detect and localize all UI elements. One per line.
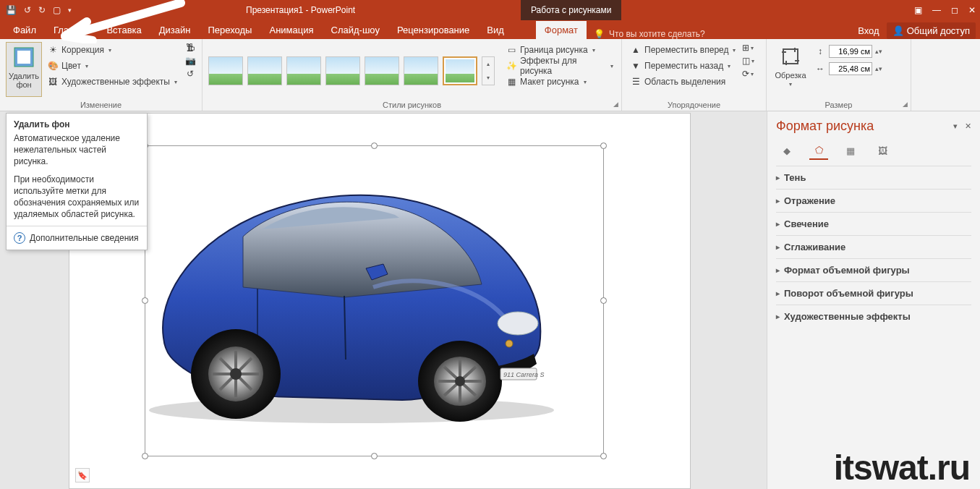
tab-format[interactable]: Формат	[536, 21, 587, 39]
crop-button[interactable]: Обрезка ▾	[772, 42, 809, 88]
accordion-item[interactable]: Сглаживание	[776, 235, 971, 258]
tab-file[interactable]: Файл	[4, 21, 45, 39]
artistic-effects-button[interactable]: 🖼Художественные эффекты	[45, 74, 179, 90]
style-thumb[interactable]	[443, 56, 477, 85]
tab-insert[interactable]: Вставка	[98, 21, 150, 39]
bring-forward-button[interactable]: ▲Переместить вперед	[628, 42, 738, 58]
group-change-label: Изменение	[0, 101, 202, 109]
style-thumb[interactable]	[404, 56, 438, 85]
rotate-button[interactable]: ⟳	[742, 68, 754, 80]
contextual-tab-label: Работа с рисунками	[521, 0, 621, 20]
accordion-item[interactable]: Поворот объемной фигуры	[776, 281, 971, 305]
change-picture-icon[interactable]: 📷	[184, 55, 196, 67]
tab-size-icon[interactable]: ▦	[841, 141, 860, 160]
remove-background-button[interactable]: Удалить фон	[6, 42, 42, 97]
tab-slideshow[interactable]: Слайд-шоу	[323, 21, 388, 39]
group-arrange-label: Упорядочение	[622, 101, 766, 109]
tell-me[interactable]: 💡 Что вы хотите сделать?	[587, 29, 705, 39]
selection-icon: ☰	[630, 76, 642, 88]
picture-effects-button[interactable]: ✨Эффекты для рисунка	[503, 58, 615, 74]
picture-layout-button[interactable]: ▦Макет рисунка	[503, 74, 615, 90]
svg-text:911 Carrera S: 911 Carrera S	[503, 371, 545, 378]
style-thumb[interactable]	[208, 56, 243, 85]
svg-rect-1	[17, 51, 30, 64]
compress-icon[interactable]: 🗜	[184, 42, 196, 54]
styles-dialog-launcher[interactable]: ◢	[613, 101, 618, 108]
pane-options-icon[interactable]: ▾	[953, 122, 958, 131]
tooltip-more-link[interactable]: ? Дополнительные сведения	[7, 226, 147, 250]
close-icon[interactable]: ✕	[968, 5, 976, 15]
send-backward-button[interactable]: ▼Переместить назад	[628, 58, 738, 74]
tab-transitions[interactable]: Переходы	[199, 21, 260, 39]
effects-icon: ✨	[506, 60, 517, 72]
window-controls: ▣ — ◻ ✕	[914, 5, 976, 15]
style-thumb[interactable]	[365, 56, 399, 85]
tab-picture-icon[interactable]: 🖼	[873, 141, 892, 160]
tooltip-title: Удалить фон	[7, 114, 147, 132]
qat-more-icon[interactable]: ▾	[68, 7, 72, 14]
picture-styles-gallery[interactable]: ▴▾	[208, 42, 495, 97]
window-title: Презентация1 - PowerPoint	[246, 5, 355, 15]
minimize-icon[interactable]: —	[932, 5, 941, 15]
svg-point-4	[498, 312, 538, 335]
height-icon: ↕	[814, 46, 826, 57]
group-size-label: Размер	[767, 101, 911, 109]
tooltip-body-1: Автоматическое удаление нежелательных ча…	[7, 132, 147, 174]
tab-animation[interactable]: Анимация	[260, 21, 322, 39]
reset-picture-icon[interactable]: ↺	[184, 68, 196, 80]
resize-handle[interactable]	[600, 297, 607, 304]
pane-title: Формат рисунка	[776, 119, 874, 134]
resize-handle[interactable]	[371, 453, 378, 459]
style-thumb[interactable]	[286, 56, 321, 85]
ribbon-options-icon[interactable]: ▣	[914, 5, 922, 15]
remove-bg-label: Удалить фон	[9, 72, 39, 89]
pane-category-tabs: ◆ ⬠ ▦ 🖼	[777, 141, 971, 160]
ribbon: Удалить фон ☀Коррекция 🎨Цвет 🖼Художестве…	[0, 39, 980, 111]
tab-design[interactable]: Дизайн	[150, 21, 200, 39]
save-icon[interactable]: 💾	[6, 5, 17, 15]
svg-point-11	[230, 368, 242, 380]
resize-handle[interactable]	[600, 143, 607, 149]
tell-me-text: Что вы хотите сделать?	[609, 29, 705, 39]
remove-bg-tooltip: Удалить фон Автоматическое удаление неже…	[6, 113, 148, 250]
border-icon: ▭	[506, 44, 517, 56]
style-thumb[interactable]	[247, 56, 282, 85]
height-input[interactable]	[829, 45, 872, 58]
align-button[interactable]: ⊞	[742, 42, 754, 54]
redo-icon[interactable]: ↻	[38, 5, 46, 15]
svg-point-21	[506, 340, 513, 347]
gallery-more-button[interactable]: ▴▾	[482, 56, 495, 85]
tab-home[interactable]: Главная	[45, 21, 98, 39]
size-dialog-launcher[interactable]: ◢	[903, 101, 908, 108]
width-input[interactable]	[829, 62, 872, 75]
startshow-icon[interactable]: ▢	[53, 5, 61, 15]
slide-notes-icon[interactable]: 🔖	[75, 468, 90, 482]
accordion-item[interactable]: Свечение	[776, 212, 971, 235]
color-button[interactable]: 🎨Цвет	[45, 58, 179, 74]
crop-icon	[777, 43, 804, 69]
style-thumb[interactable]	[325, 56, 360, 85]
tab-view[interactable]: Вид	[478, 21, 513, 39]
group-objects-button[interactable]: ◫	[742, 55, 754, 67]
tab-fill-icon[interactable]: ◆	[777, 141, 796, 160]
svg-point-18	[455, 376, 465, 386]
watermark-text: itswat.ru	[834, 448, 970, 488]
maximize-icon[interactable]: ◻	[951, 5, 958, 15]
accordion-item[interactable]: Художественные эффекты	[776, 305, 971, 328]
accordion-item[interactable]: Формат объемной фигуры	[776, 258, 971, 281]
selection-pane-button[interactable]: ☰Область выделения	[628, 74, 738, 90]
share-button[interactable]: 👤 Общий доступ	[887, 22, 976, 39]
tab-effects-icon[interactable]: ⬠	[809, 141, 828, 160]
accordion-item[interactable]: Тень	[776, 166, 971, 189]
corrections-button[interactable]: ☀Коррекция	[45, 42, 179, 58]
car-image[interactable]: 911 Carrera S	[113, 143, 576, 432]
slide-canvas[interactable]: ⟳	[69, 113, 691, 489]
tab-review[interactable]: Рецензирование	[388, 21, 478, 39]
resize-handle[interactable]	[600, 453, 607, 459]
signin-link[interactable]: Вход	[858, 25, 879, 36]
pane-close-icon[interactable]: ✕	[965, 122, 971, 131]
resize-handle[interactable]	[142, 453, 148, 459]
format-picture-pane: Формат рисунка ▾✕ ◆ ⬠ ▦ 🖼 Тень Отражение…	[767, 111, 980, 489]
accordion-item[interactable]: Отражение	[776, 189, 971, 212]
undo-icon[interactable]: ↺	[24, 5, 31, 15]
